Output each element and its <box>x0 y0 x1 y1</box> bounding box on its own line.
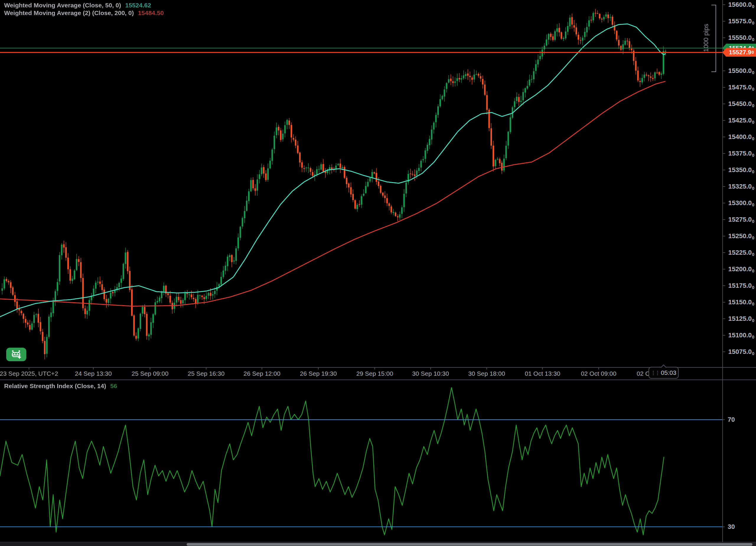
price-line-green[interactable] <box>0 48 722 48</box>
indicator-legend-rsi[interactable]: Relative Strength Index (Close, 14) 56 <box>4 382 117 389</box>
wma50-value: 15524.62 <box>125 2 151 9</box>
time-tick-label: 25 Sep 09:00 <box>132 370 169 377</box>
rsi-level-line-70[interactable] <box>0 419 724 420</box>
time-tick <box>430 368 431 369</box>
robot-plus-icon <box>10 350 22 359</box>
time-tick-label: 26 Sep 19:30 <box>300 370 337 377</box>
time-tick-label: 24 Sep 13:30 <box>75 370 112 377</box>
price-tick-label: 15100.00 <box>728 331 754 339</box>
price-tick <box>723 302 725 302</box>
time-tick <box>29 368 29 369</box>
horizontal-scrollbar-track[interactable] <box>0 542 756 546</box>
time-tick <box>486 368 487 369</box>
price-tick <box>723 38 725 38</box>
time-tick-label: 29 Sep 15:00 <box>356 370 393 377</box>
rsi-value: 56 <box>110 382 117 389</box>
rsi-level-label: 70 <box>728 416 735 423</box>
rsi-tick <box>722 419 725 420</box>
wma200-value: 15484.50 <box>138 9 164 17</box>
wma50-label: Weighted Moving Average (Close, 50, 0) <box>4 2 121 9</box>
horizontal-scrollbar-thumb[interactable] <box>187 543 752 546</box>
time-tick <box>150 368 150 369</box>
time-tick-label: 26 Sep 12:00 <box>244 370 281 377</box>
time-tick-label: 01 Oct 13:30 <box>525 370 560 377</box>
price-tick-label: 15150.00 <box>728 298 754 306</box>
price-tick <box>723 120 725 121</box>
price-tick <box>723 153 725 154</box>
price-tick <box>723 71 725 71</box>
price-tick-label: 15125.00 <box>728 314 754 322</box>
price-range-bracket[interactable] <box>711 5 716 72</box>
price-axis[interactable]: 15600.0015575.0015550.0015500.0015475.00… <box>722 0 756 542</box>
rsi-tick <box>722 527 725 527</box>
price-tick-label: 15175.00 <box>728 281 754 289</box>
price-tick <box>723 21 725 22</box>
price-tick <box>723 137 725 137</box>
price-tick <box>723 87 725 88</box>
rsi-pane: Relative Strength Index (Close, 14) 56 7… <box>0 380 722 542</box>
price-tick-label: 15600.00 <box>728 1 754 9</box>
price-tick-label: 15200.00 <box>728 265 754 273</box>
time-tick <box>206 368 206 369</box>
price-tick-label: 15450.00 <box>728 100 754 108</box>
price-tick-label: 15325.00 <box>728 183 754 190</box>
time-axis[interactable]: 23 Sep 2025, UTC+224 Sep 13:3025 Sep 09:… <box>0 367 756 380</box>
rsi-label: Relative Strength Index (Close, 14) <box>4 382 106 389</box>
price-tick-label: 15075.00 <box>728 348 754 356</box>
price-tick-label: 15400.00 <box>728 133 754 141</box>
price-tick <box>723 170 725 170</box>
rsi-level-line-30[interactable] <box>0 527 724 527</box>
price-tick <box>723 285 725 286</box>
time-tick <box>542 368 543 369</box>
price-tick-label: 15275.00 <box>728 216 754 224</box>
countdown-time: 05:03 <box>661 369 677 376</box>
price-tick <box>723 351 725 352</box>
price-tick <box>723 203 725 203</box>
drag-handle-icon: ⋮⋮ <box>651 370 659 375</box>
price-tick <box>723 318 725 319</box>
price-tick-label: 15375.00 <box>728 149 754 157</box>
price-tick-label: 15350.00 <box>728 166 754 174</box>
add-bot-button[interactable] <box>6 348 26 361</box>
price-tick-label: 15425.00 <box>728 116 754 124</box>
time-tick <box>262 368 262 369</box>
price-tick <box>723 269 725 270</box>
time-tick-label: 30 Sep 10:30 <box>412 370 449 377</box>
rsi-level-label: 30 <box>728 523 735 531</box>
price-tick-label: 15250.00 <box>728 232 754 240</box>
indicator-legend-wma50[interactable]: Weighted Moving Average (Close, 50, 0) 1… <box>4 2 151 9</box>
trading-chart-window: Weighted Moving Average (Close, 50, 0) 1… <box>0 0 756 546</box>
time-tick-label: 25 Sep 16:30 <box>188 370 225 377</box>
rsi-chart[interactable] <box>0 380 722 542</box>
price-line-orange[interactable] <box>0 52 722 53</box>
price-tick <box>723 236 725 237</box>
time-tick <box>93 368 94 369</box>
price-tick-label: 15475.00 <box>728 83 754 91</box>
price-tick <box>723 335 725 335</box>
price-tick <box>723 219 725 220</box>
indicator-legend-wma200[interactable]: Weighted Moving Average (2) (Close, 200,… <box>4 9 164 17</box>
time-tick-label: 02 Oct 09:00 <box>581 370 616 377</box>
bar-countdown-badge[interactable]: ⋮⋮ 05:03 <box>649 367 679 379</box>
price-tick-label: 15575.00 <box>728 17 754 25</box>
time-tick <box>598 368 599 369</box>
price-badge-orange: 15527.90 <box>722 48 756 57</box>
time-tick <box>318 368 319 369</box>
price-tick-label: 15550.00 <box>728 34 754 42</box>
time-tick-label: 30 Sep 18:00 <box>468 370 505 377</box>
price-tick-label: 15300.00 <box>728 199 754 207</box>
wma200-label: Weighted Moving Average (2) (Close, 200,… <box>4 9 134 17</box>
time-tick-label: 23 Sep 2025, UTC+2 <box>0 370 58 377</box>
price-tick <box>723 4 725 5</box>
price-tick <box>723 186 725 187</box>
price-tick <box>723 104 725 104</box>
price-tick-label: 15500.00 <box>728 67 754 75</box>
time-tick <box>374 368 375 369</box>
price-tick <box>723 252 725 253</box>
price-tick-label: 15225.00 <box>728 249 754 257</box>
main-price-chart[interactable] <box>0 0 722 367</box>
